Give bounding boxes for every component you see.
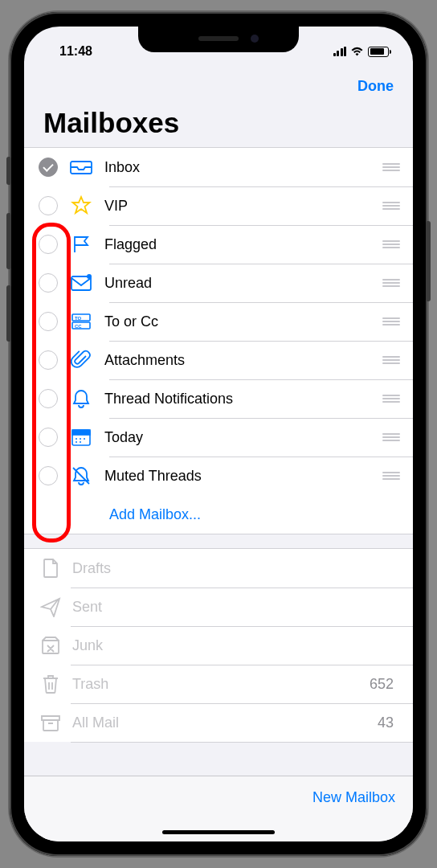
trash-icon: [39, 672, 63, 696]
bell-icon: [69, 387, 93, 411]
mute-switch: [6, 157, 11, 185]
battery-icon: [368, 47, 389, 57]
mailbox-row-vip[interactable]: VIP: [24, 186, 413, 225]
nav-bar: Done: [24, 65, 413, 107]
status-time: 11:48: [59, 44, 92, 59]
drag-handle-icon[interactable]: [382, 356, 400, 364]
mailbox-count: 652: [370, 676, 394, 693]
mailbox-row-tocc[interactable]: TOCC To or Cc: [24, 302, 413, 341]
selection-circle[interactable]: [39, 235, 58, 254]
svg-text:CC: CC: [75, 324, 82, 329]
tray-icon: [69, 155, 93, 179]
doc-icon: [39, 556, 63, 580]
bell-slash-icon: [69, 464, 93, 488]
calendar-icon: [69, 425, 93, 449]
smart-mailboxes-list: Inbox VIP Flagged: [24, 147, 413, 534]
wifi-icon: [350, 47, 364, 57]
mailbox-label: Junk: [72, 637, 400, 654]
volume-up-button: [6, 213, 11, 269]
mailbox-label: Muted Threads: [104, 468, 382, 485]
selection-circle[interactable]: [39, 350, 58, 370]
star-icon: [69, 194, 93, 218]
drag-handle-icon[interactable]: [382, 472, 400, 480]
mailbox-row-unread[interactable]: Unread: [24, 264, 413, 302]
selection-circle[interactable]: [39, 158, 58, 177]
svg-point-1: [87, 274, 92, 279]
mailbox-row-thread-notifications[interactable]: Thread Notifications: [24, 379, 413, 418]
mailbox-label: To or Cc: [104, 313, 382, 330]
drag-handle-icon[interactable]: [382, 317, 400, 326]
flag-icon: [69, 232, 93, 256]
archivebox-icon: [39, 710, 63, 735]
mailbox-label: Attachments: [104, 352, 382, 369]
drag-handle-icon[interactable]: [382, 202, 400, 210]
drag-handle-icon[interactable]: [382, 433, 400, 441]
notch: [138, 27, 299, 52]
account-mailboxes-list: Drafts Sent Junk Tra: [24, 548, 413, 742]
svg-point-8: [76, 438, 77, 440]
paperclip-icon: [69, 348, 93, 372]
volume-down-button: [6, 285, 11, 342]
phone-frame: 11:48 Done Mailboxes Inbox: [10, 12, 427, 856]
selection-circle[interactable]: [39, 196, 58, 215]
mailbox-row-flagged[interactable]: Flagged: [24, 225, 413, 264]
mailbox-row-allmail[interactable]: All Mail 43: [24, 703, 413, 742]
drag-handle-icon[interactable]: [382, 163, 400, 171]
svg-point-12: [80, 441, 81, 443]
svg-point-10: [84, 438, 85, 440]
mailbox-label: Flagged: [104, 236, 382, 253]
mailbox-row-inbox[interactable]: Inbox: [24, 148, 413, 186]
envelope-badge-icon: [69, 271, 93, 295]
svg-rect-0: [71, 276, 91, 290]
done-button[interactable]: Done: [357, 78, 394, 95]
home-indicator[interactable]: [162, 830, 275, 834]
page-title: Mailboxes: [24, 107, 413, 147]
drag-handle-icon[interactable]: [382, 395, 400, 403]
selection-circle[interactable]: [39, 466, 58, 485]
mailbox-row-attachments[interactable]: Attachments: [24, 341, 413, 379]
mailbox-row-sent[interactable]: Sent: [24, 588, 413, 626]
mailbox-row-muted[interactable]: Muted Threads: [24, 457, 413, 495]
selection-circle[interactable]: [39, 428, 58, 447]
paperplane-icon: [39, 595, 63, 619]
to-cc-icon: TOCC: [69, 309, 93, 334]
mailbox-label: Trash: [72, 676, 370, 693]
svg-rect-7: [72, 430, 90, 435]
mailbox-label: Sent: [72, 599, 400, 616]
power-button: [426, 221, 431, 301]
svg-text:TO: TO: [75, 316, 82, 321]
mailbox-label: VIP: [104, 198, 382, 215]
drag-handle-icon[interactable]: [382, 279, 400, 287]
drag-handle-icon[interactable]: [382, 240, 400, 248]
svg-point-11: [76, 441, 77, 443]
mailbox-count: 43: [378, 714, 394, 731]
mailbox-row-today[interactable]: Today: [24, 418, 413, 457]
selection-circle[interactable]: [39, 389, 58, 408]
mailbox-row-trash[interactable]: Trash 652: [24, 665, 413, 703]
add-mailbox-button[interactable]: Add Mailbox...: [24, 495, 413, 534]
new-mailbox-button[interactable]: New Mailbox: [312, 789, 395, 806]
mailbox-label: Unread: [104, 275, 382, 292]
selection-circle[interactable]: [39, 312, 58, 331]
screen: 11:48 Done Mailboxes Inbox: [24, 27, 413, 841]
mailbox-label: Thread Notifications: [104, 391, 382, 407]
mailbox-label: All Mail: [72, 714, 378, 731]
selection-circle[interactable]: [39, 273, 58, 293]
mailbox-label: Inbox: [104, 159, 382, 176]
mailbox-label: Drafts: [72, 560, 400, 577]
mailbox-label: Today: [104, 429, 382, 446]
cellular-signal-icon: [333, 47, 347, 56]
svg-point-9: [80, 438, 81, 440]
mailbox-row-drafts[interactable]: Drafts: [24, 549, 413, 588]
junk-icon: [39, 633, 63, 657]
mailbox-row-junk[interactable]: Junk: [24, 626, 413, 665]
